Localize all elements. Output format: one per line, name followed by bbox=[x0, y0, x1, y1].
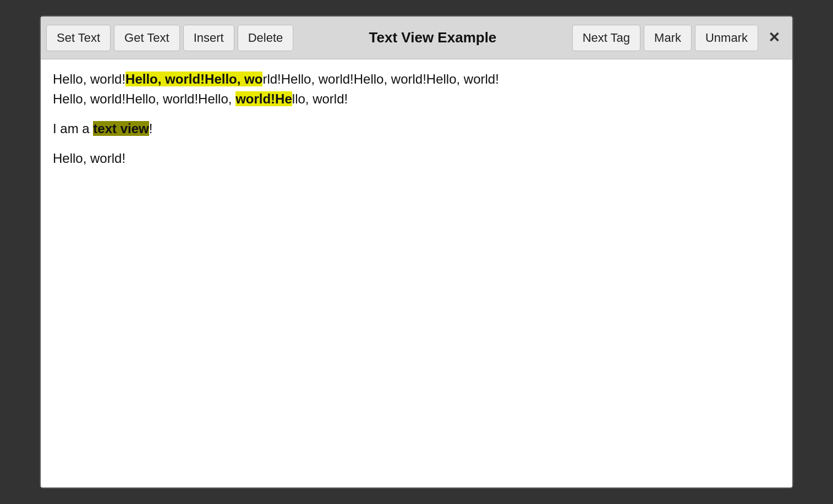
paragraph-1: Hello, world!Hello, world!Hello, world!H… bbox=[53, 69, 780, 109]
unmark-button[interactable]: Unmark bbox=[695, 25, 758, 51]
line2-after: llo, world! bbox=[292, 91, 348, 106]
next-tag-button[interactable]: Next Tag bbox=[572, 25, 640, 51]
paragraph-3: Hello, world! bbox=[53, 149, 780, 168]
window-title: Text View Example bbox=[297, 29, 568, 46]
text-content-area[interactable]: Hello, world!Hello, world!Hello, world!H… bbox=[41, 59, 792, 487]
para3-text: Hello, world! bbox=[53, 151, 125, 166]
delete-button[interactable]: Delete bbox=[238, 25, 294, 51]
close-button[interactable]: ✕ bbox=[761, 26, 787, 50]
app-window: Set Text Get Text Insert Delete Text Vie… bbox=[40, 15, 793, 489]
line2-highlight: world!He bbox=[235, 91, 292, 106]
mark-button[interactable]: Mark bbox=[644, 25, 692, 51]
line1-before: Hello, world! bbox=[53, 72, 125, 86]
insert-button[interactable]: Insert bbox=[183, 25, 234, 51]
paragraph-2: I am a text view! bbox=[53, 119, 780, 139]
line1-highlight: Hello, world!Hello, wo bbox=[125, 72, 262, 86]
toolbar: Set Text Get Text Insert Delete Text Vie… bbox=[41, 17, 792, 59]
para2-before: I am a bbox=[53, 121, 93, 136]
get-text-button[interactable]: Get Text bbox=[114, 25, 180, 51]
line2-before: Hello, world!Hello, world!Hello, bbox=[53, 91, 235, 106]
para2-text-view-highlight: text view bbox=[93, 121, 149, 136]
set-text-button[interactable]: Set Text bbox=[46, 25, 111, 51]
para2-after: ! bbox=[149, 121, 153, 136]
line1-after: rld!Hello, world!Hello, world!Hello, wor… bbox=[262, 72, 498, 86]
